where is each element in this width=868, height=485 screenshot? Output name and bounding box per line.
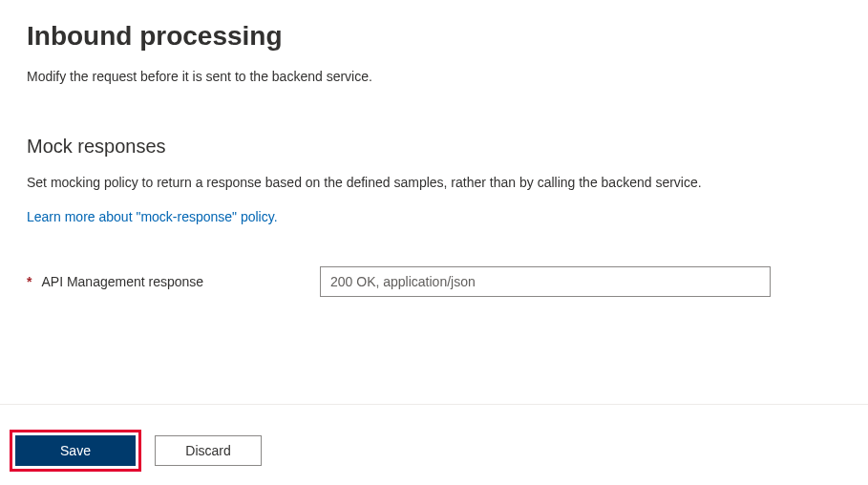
field-label-cell: * API Management response: [27, 274, 320, 289]
api-management-response-label: API Management response: [41, 274, 203, 289]
learn-more-link[interactable]: Learn more about "mock-response" policy.: [27, 209, 278, 224]
page-subtitle: Modify the request before it is sent to …: [27, 69, 841, 84]
save-button[interactable]: Save: [15, 435, 136, 466]
footer-divider: [0, 404, 868, 405]
required-indicator: *: [27, 274, 32, 289]
mock-responses-heading: Mock responses: [27, 136, 841, 158]
mock-responses-description: Set mocking policy to return a response …: [27, 175, 841, 190]
action-bar: Save Discard: [10, 430, 262, 472]
api-management-response-row: * API Management response: [27, 266, 841, 297]
api-management-response-select[interactable]: [320, 266, 771, 297]
save-highlight: Save: [10, 430, 141, 472]
page-title: Inbound processing: [27, 21, 841, 52]
discard-button[interactable]: Discard: [155, 435, 262, 466]
